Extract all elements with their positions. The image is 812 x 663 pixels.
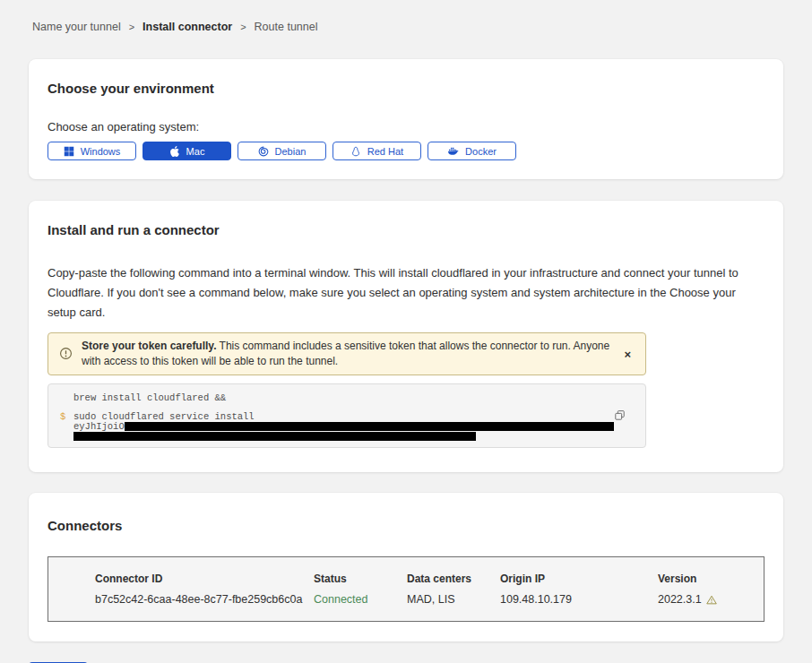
windows-icon <box>64 146 74 157</box>
breadcrumb-separator: > <box>129 22 134 32</box>
os-button-mac[interactable]: Mac <box>143 142 231 160</box>
code-line: eyJhIjoiO <box>60 422 633 432</box>
install-connector-card: Install and run a connector Copy-paste t… <box>29 201 783 472</box>
breadcrumb-install-connector[interactable]: Install connector <box>143 21 232 33</box>
os-button-windows[interactable]: Windows <box>48 142 136 160</box>
install-description: Copy-paste the following command into a … <box>48 263 764 323</box>
table-row: b7c52c42-6caa-48ee-8c77-fbe259cb6c0a Con… <box>48 586 764 621</box>
token-warning-banner: Store your token carefully. This command… <box>48 332 646 375</box>
breadcrumb: Name your tunnel > Install connector > R… <box>0 0 812 33</box>
code-line: brew install cloudflared && <box>60 393 633 403</box>
token-warning-bold: Store your token carefully. <box>82 340 217 352</box>
os-button-label: Red Hat <box>367 146 403 157</box>
header-version: Version <box>658 573 764 586</box>
environment-card-title: Choose your environment <box>48 81 764 97</box>
status-badge: Connected <box>314 593 407 607</box>
connectors-card: Connectors Connector ID Status Data cent… <box>29 493 783 641</box>
breadcrumb-name-your-tunnel[interactable]: Name your tunnel <box>32 21 121 33</box>
redacted-token-bar <box>125 422 614 431</box>
debian-icon <box>258 146 269 157</box>
data-centers-value: MAD, LIS <box>407 593 500 607</box>
banner-close-button[interactable]: × <box>620 347 635 362</box>
token-warning-text: Store your token carefully. This command… <box>82 339 611 369</box>
alert-circle-icon <box>59 347 73 360</box>
os-button-label: Docker <box>465 146 497 157</box>
token-prefix: eyJhIjoiO <box>73 422 125 432</box>
code-line: $ sudo cloudflared service install <box>60 412 633 422</box>
copy-icon <box>614 409 626 421</box>
os-button-docker[interactable]: Docker <box>428 142 516 160</box>
breadcrumb-route-tunnel[interactable]: Route tunnel <box>255 21 318 33</box>
connectors-card-title: Connectors <box>48 518 764 534</box>
docker-icon <box>447 146 459 157</box>
origin-ip-value: 109.48.10.179 <box>500 593 658 607</box>
breadcrumb-separator: > <box>240 22 246 32</box>
connector-id-value: b7c52c42-6caa-48ee-8c77-fbe259cb6c0a <box>95 593 314 607</box>
header-status: Status <box>314 573 407 586</box>
redhat-icon <box>350 146 361 157</box>
os-button-label: Debian <box>275 146 307 157</box>
header-origin-ip: Origin IP <box>500 573 658 586</box>
connectors-table-header: Connector ID Status Data centers Origin … <box>48 557 764 586</box>
apple-icon <box>169 146 180 157</box>
install-command-code-block: brew install cloudflared && $ sudo cloud… <box>48 383 646 448</box>
environment-card: Choose your environment Choose an operat… <box>29 59 783 179</box>
os-select-label: Choose an operating system: <box>48 120 764 134</box>
header-data-centers: Data centers <box>407 573 500 586</box>
header-connector-id: Connector ID <box>95 573 314 586</box>
code-line-brew: brew install cloudflared && <box>73 393 226 403</box>
copy-command-button[interactable] <box>612 408 627 423</box>
install-card-title: Install and run a connector <box>48 222 764 238</box>
connectors-table: Connector ID Status Data centers Origin … <box>48 556 764 622</box>
os-button-group: Windows Mac Debian Red Hat Docker <box>48 142 764 160</box>
os-button-label: Windows <box>81 146 121 157</box>
redacted-token-bar <box>73 432 476 441</box>
os-button-redhat[interactable]: Red Hat <box>333 142 421 160</box>
version-value: 2022.3.1 <box>658 593 764 607</box>
os-button-debian[interactable]: Debian <box>238 142 326 160</box>
code-line <box>60 432 633 442</box>
os-button-label: Mac <box>186 146 205 157</box>
warning-triangle-icon <box>706 595 717 605</box>
